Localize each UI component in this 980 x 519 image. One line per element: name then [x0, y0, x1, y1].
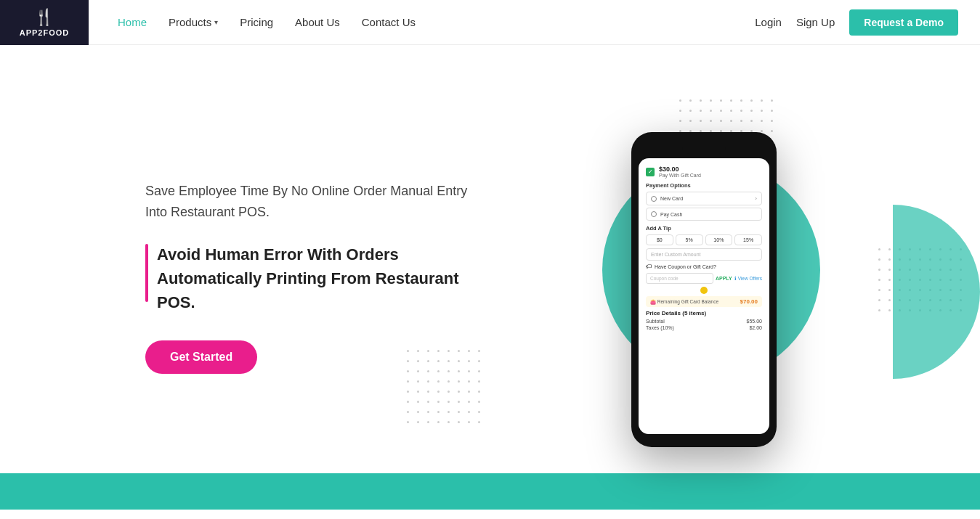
hero-text-2: Avoid Human Error With Orders Automatica…	[157, 242, 479, 314]
chevron-down-icon: ▾	[214, 18, 218, 26]
subtotal-label: Subtotal	[646, 319, 665, 324]
price-subtotal-row: Subtotal $55.00	[646, 319, 762, 324]
logo-icon: 🍴	[34, 8, 54, 27]
tip-10-btn[interactable]: 10%	[705, 234, 733, 245]
hero-section: Save Employee Time By No Online Order Ma…	[0, 45, 980, 510]
coupon-row: 🏷 Have Coupon or Gift Card?	[646, 263, 762, 270]
hero-text-2-wrap: Avoid Human Error With Orders Automatica…	[145, 242, 479, 314]
taxes-label: Taxes (10%)	[646, 325, 674, 330]
apply-button[interactable]: APPLY	[716, 276, 732, 281]
wallet-icon: 👛	[650, 299, 656, 304]
hero-text-1: Save Employee Time By No Online Order Ma…	[145, 181, 479, 223]
custom-tip-input[interactable]: Enter Custom Amount	[646, 248, 762, 261]
price-taxes-row: Taxes (10%) $2.00	[646, 325, 762, 330]
nav-about[interactable]: About Us	[295, 16, 340, 28]
coupon-input[interactable]: Coupon code	[646, 273, 713, 284]
accent-bar	[145, 244, 148, 302]
hero-content: Save Employee Time By No Online Order Ma…	[145, 181, 479, 375]
radio-new-card	[651, 196, 657, 202]
get-started-button[interactable]: Get Started	[145, 340, 257, 374]
gift-card-amount: $30.00	[659, 165, 701, 173]
add-tip-title: Add A Tip	[646, 225, 762, 232]
nav-contact[interactable]: Contact Us	[362, 16, 416, 28]
coupon-icon: 🏷	[646, 263, 652, 270]
info-icon: ℹ	[734, 276, 737, 282]
pay-cash-option[interactable]: Pay Cash	[646, 208, 762, 221]
tip-15-btn[interactable]: 15%	[734, 234, 762, 245]
header-actions: Login Sign Up Request a Demo	[755, 9, 958, 36]
nav-pricing[interactable]: Pricing	[240, 16, 273, 28]
phone-screen: ✓ $30.00 Pay With Gift Card Payment Opti…	[639, 158, 769, 434]
gift-balance-label: 👛 Remaining Gift Card Balance	[650, 299, 718, 305]
phone-frame: ✓ $30.00 Pay With Gift Card Payment Opti…	[631, 132, 777, 447]
phone-notch	[682, 142, 726, 154]
bottom-teal-bar	[0, 473, 980, 510]
request-demo-button[interactable]: Request a Demo	[849, 9, 958, 36]
view-offers-link[interactable]: ℹ View Offers	[734, 276, 762, 282]
logo-text: APP2FOOD	[20, 28, 70, 37]
tip-buttons: $0 5% 10% 15%	[646, 234, 762, 245]
phone-mockup: ✓ $30.00 Pay With Gift Card Payment Opti…	[631, 132, 777, 447]
gift-balance-amount: $70.00	[740, 298, 758, 305]
tip-5-btn[interactable]: 5%	[676, 234, 703, 245]
logo[interactable]: 🍴 APP2FOOD	[0, 0, 89, 45]
signup-link[interactable]: Sign Up	[796, 16, 835, 28]
radio-pay-cash	[651, 211, 657, 217]
yellow-dot	[700, 287, 708, 294]
login-link[interactable]: Login	[755, 16, 782, 28]
taxes-amount: $2.00	[749, 325, 762, 330]
coupon-input-row: Coupon code APPLY ℹ View Offers	[646, 273, 762, 284]
nav-products[interactable]: Products ▾	[169, 16, 218, 28]
tip-0-btn[interactable]: $0	[646, 234, 673, 245]
subtotal-amount: $55.00	[747, 319, 762, 324]
payment-options-title: Payment Options	[646, 182, 762, 189]
main-nav: Home Products ▾ Pricing About Us Contact…	[118, 16, 416, 28]
nav-home[interactable]: Home	[118, 16, 147, 28]
coupon-text: Have Coupon or Gift Card?	[655, 264, 716, 269]
gift-balance-row: 👛 Remaining Gift Card Balance $70.00	[646, 296, 762, 307]
gift-card-label: Pay With Gift Card	[659, 173, 701, 178]
new-card-option[interactable]: New Card ›	[646, 192, 762, 205]
price-details-title: Price Details (5 items)	[646, 310, 762, 316]
gift-card-row: ✓ $30.00 Pay With Gift Card	[646, 165, 762, 178]
check-icon: ✓	[646, 168, 655, 176]
chevron-right-icon: ›	[755, 195, 757, 202]
teal-circle-small	[893, 205, 980, 379]
